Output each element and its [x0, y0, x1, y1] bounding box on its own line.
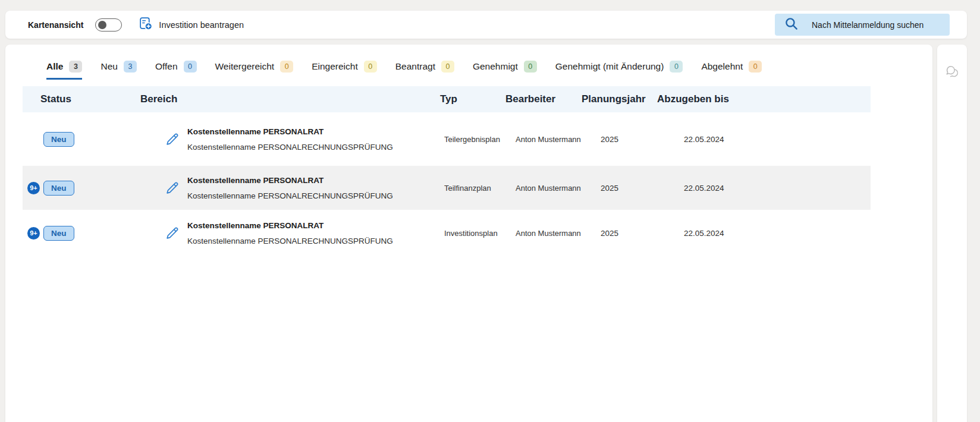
column-header-typ: Typ: [440, 93, 505, 105]
column-header-status: Status: [23, 93, 140, 105]
table-row[interactable]: 9+ Neu Kostenstellenname PERSONALRAT Kos…: [23, 166, 871, 210]
card-view-toggle[interactable]: [95, 18, 122, 32]
tab-count-badge: 0: [524, 61, 537, 73]
tab-genehmigt[interactable]: Genehmigt 0: [473, 61, 537, 80]
tab-label: Offen: [155, 61, 178, 72]
tab-label: Beantragt: [395, 61, 435, 72]
status-cell: Neu: [23, 132, 140, 147]
tab-genehmigt-mit-aenderung[interactable]: Genehmigt (mit Änderung) 0: [555, 61, 683, 80]
search-icon: [784, 16, 799, 33]
request-investment-button[interactable]: Investition beantragen: [138, 16, 244, 33]
planungsjahr-cell: 2025: [582, 184, 657, 193]
edit-pencil-icon[interactable]: [164, 225, 180, 241]
bereich-subtitle: Kostenstellenname PERSONALRECHNUNGSPRÜFU…: [187, 191, 393, 200]
tab-neu[interactable]: Neu 3: [100, 61, 136, 80]
tab-eingereicht[interactable]: Eingereicht 0: [312, 61, 377, 80]
tab-count-badge: 0: [749, 61, 762, 73]
column-header-bearbeiter: Bearbeiter: [505, 93, 582, 105]
tab-label: Abgelehnt: [701, 61, 743, 72]
bearbeiter-cell: Anton Mustermann: [505, 229, 582, 238]
bereich-text: Kostenstellenname PERSONALRAT Kostenstel…: [187, 176, 393, 200]
tab-label: Genehmigt: [473, 61, 518, 72]
investment-add-icon: [138, 16, 153, 33]
bereich-subtitle: Kostenstellenname PERSONALRECHNUNGSPRÜFU…: [187, 143, 393, 152]
typ-cell: Investitionsplan: [440, 229, 505, 238]
tab-abgelehnt[interactable]: Abgelehnt 0: [701, 61, 762, 80]
status-badge: Neu: [43, 181, 74, 196]
tab-count-badge: 0: [280, 61, 293, 73]
table-header-row: Status Bereich Typ Bearbeiter Planungsja…: [23, 86, 871, 112]
bearbeiter-cell: Anton Mustermann: [505, 135, 582, 144]
status-tabs: Alle 3 Neu 3 Offen 0 Weitergereicht 0 Ei…: [46, 61, 915, 80]
mittelanmeldung-list-panel: Alle 3 Neu 3 Offen 0 Weitergereicht 0 Ei…: [5, 45, 932, 422]
tab-offen[interactable]: Offen 0: [155, 61, 197, 80]
edit-pencil-icon[interactable]: [164, 180, 180, 196]
notification-count-badge: 9+: [27, 182, 40, 194]
bereich-text: Kostenstellenname PERSONALRAT Kostenstel…: [187, 127, 393, 152]
card-view-label: Kartenansicht: [28, 20, 83, 30]
abzugeben-bis-cell: 22.05.2024: [657, 229, 871, 238]
abzugeben-bis-cell: 22.05.2024: [657, 135, 871, 144]
bereich-title: Kostenstellenname PERSONALRAT: [187, 176, 393, 185]
tab-label: Alle: [46, 61, 63, 72]
tab-beantragt[interactable]: Beantragt 0: [395, 61, 454, 80]
tab-count-badge: 0: [184, 61, 197, 73]
bereich-cell: Kostenstellenname PERSONALRAT Kostenstel…: [140, 176, 440, 200]
mittelanmeldung-table: Status Bereich Typ Bearbeiter Planungsja…: [23, 86, 871, 256]
tab-label: Eingereicht: [312, 61, 358, 72]
tab-label: Genehmigt (mit Änderung): [555, 61, 664, 72]
bearbeiter-cell: Anton Mustermann: [505, 184, 582, 193]
search-placeholder-text: Nach Mittelanmeldung suchen: [812, 20, 924, 30]
abzugeben-bis-cell: 22.05.2024: [657, 184, 871, 193]
tab-count-badge: 3: [124, 61, 137, 73]
bereich-cell: Kostenstellenname PERSONALRAT Kostenstel…: [140, 221, 440, 245]
tab-label: Weitergereicht: [215, 61, 275, 72]
tab-count-badge: 0: [670, 61, 683, 73]
bereich-cell: Kostenstellenname PERSONALRAT Kostenstel…: [140, 127, 440, 152]
table-row[interactable]: Neu Kostenstellenname PERSONALRAT Kosten…: [23, 112, 871, 166]
side-rail: [937, 45, 967, 422]
bereich-text: Kostenstellenname PERSONALRAT Kostenstel…: [187, 221, 393, 245]
chat-bubbles-icon[interactable]: [944, 64, 960, 80]
bereich-title: Kostenstellenname PERSONALRAT: [187, 221, 393, 230]
tab-alle[interactable]: Alle 3: [46, 61, 82, 80]
status-badge: Neu: [43, 132, 74, 147]
typ-cell: Teilergebnisplan: [440, 135, 505, 144]
tab-label: Neu: [100, 61, 117, 72]
status-cell: 9+ Neu: [23, 226, 140, 241]
tab-count-badge: 0: [364, 61, 377, 73]
column-header-planungsjahr: Planungsjahr: [582, 93, 657, 105]
toggle-knob: [98, 21, 106, 29]
edit-pencil-icon[interactable]: [164, 131, 180, 147]
column-header-abzugeben-bis: Abzugeben bis: [657, 93, 871, 105]
bereich-title: Kostenstellenname PERSONALRAT: [187, 127, 393, 136]
status-badge: Neu: [43, 226, 74, 241]
planungsjahr-cell: 2025: [582, 229, 657, 238]
top-toolbar: Kartenansicht Investition beantragen Nac…: [5, 11, 967, 39]
bereich-subtitle: Kostenstellenname PERSONALRECHNUNGSPRÜFU…: [187, 237, 393, 245]
tab-count-badge: 0: [441, 61, 454, 73]
column-header-bereich: Bereich: [140, 93, 440, 105]
planungsjahr-cell: 2025: [582, 135, 657, 144]
status-cell: 9+ Neu: [23, 181, 140, 196]
table-row[interactable]: 9+ Neu Kostenstellenname PERSONALRAT Kos…: [23, 210, 871, 256]
search-input[interactable]: Nach Mittelanmeldung suchen: [775, 14, 950, 36]
tab-count-badge: 3: [69, 61, 82, 73]
tab-weitergereicht[interactable]: Weitergereicht 0: [215, 61, 294, 80]
notification-count-badge: 9+: [27, 227, 40, 240]
request-investment-label: Investition beantragen: [159, 20, 244, 30]
typ-cell: Teilfinanzplan: [440, 184, 505, 193]
